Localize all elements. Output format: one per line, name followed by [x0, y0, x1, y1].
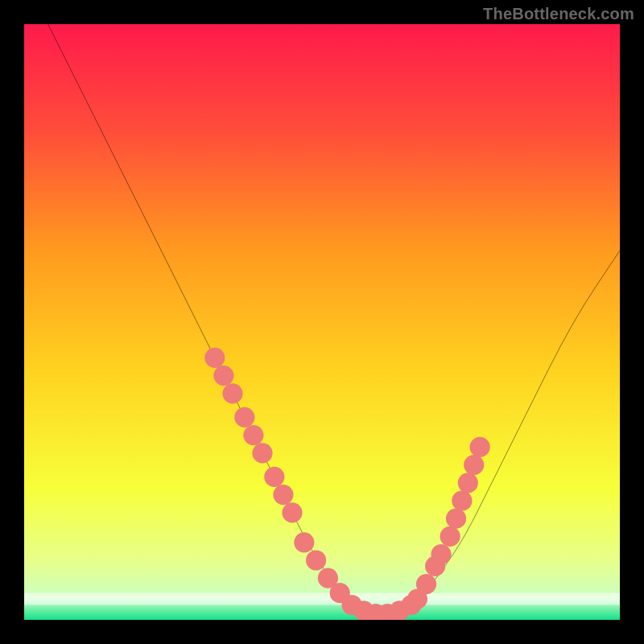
curve-marker	[234, 407, 254, 427]
watermark-label: TheBottleneck.com	[483, 5, 634, 23]
curve-marker	[416, 574, 436, 594]
curve-marker	[464, 455, 484, 475]
curve-marker	[446, 509, 466, 529]
curve-marker	[264, 467, 284, 487]
curve-marker	[470, 437, 490, 457]
chart-frame: TheBottleneck.com	[0, 0, 644, 644]
plot-area	[24, 24, 620, 620]
gradient-background	[24, 24, 620, 620]
curve-marker	[273, 485, 293, 505]
curve-marker	[243, 425, 263, 445]
curve-marker	[306, 550, 326, 570]
curve-marker	[282, 502, 302, 522]
curve-marker	[440, 526, 460, 547]
bottom-highlight-band	[24, 593, 620, 605]
curve-marker	[213, 365, 233, 386]
curve-marker	[222, 383, 242, 403]
plot-svg	[24, 24, 620, 620]
curve-marker	[252, 443, 272, 463]
curve-marker	[431, 544, 451, 564]
curve-marker	[458, 473, 478, 493]
curve-marker	[452, 490, 472, 510]
curve-marker	[204, 348, 225, 368]
curve-marker	[294, 532, 314, 552]
